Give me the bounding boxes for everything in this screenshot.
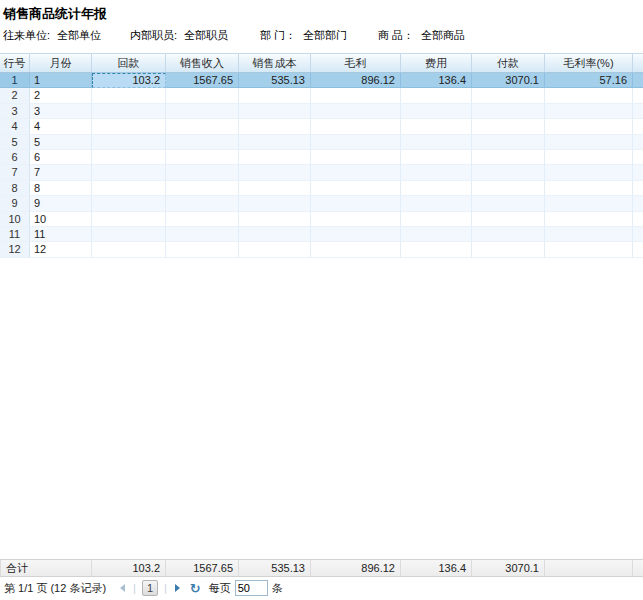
chengben-cell: [239, 165, 311, 180]
total-label: 合计: [0, 560, 92, 576]
filler-cell: [633, 135, 643, 150]
table-row[interactable]: 6 6: [0, 150, 643, 165]
row-number-cell: 10: [0, 212, 30, 227]
filler-cell: [633, 165, 643, 180]
month-cell: 4: [30, 119, 92, 134]
month-cell: 2: [30, 88, 92, 103]
fukuan-cell: [472, 196, 545, 211]
chengben-cell: [239, 119, 311, 134]
row-number-cell: 8: [0, 181, 30, 196]
column-header-rowno[interactable]: 行号: [0, 54, 30, 72]
shouru-cell: [166, 104, 239, 119]
table-row[interactable]: 7 7: [0, 165, 643, 180]
total-filler: [633, 560, 643, 576]
table-row[interactable]: 4 4: [0, 119, 643, 134]
filter-staff-label: 内部职员:: [130, 29, 177, 41]
feiyong-cell: [401, 104, 472, 119]
total-feiyong: 136.4: [401, 560, 472, 576]
table-row[interactable]: 9 9: [0, 196, 643, 211]
month-cell: 12: [30, 242, 92, 257]
huikuan-cell-focused[interactable]: 103.2: [92, 73, 166, 88]
total-row: 合计 103.2 1567.65 535.13 896.12 136.4 307…: [0, 559, 643, 577]
month-cell: 1: [30, 73, 92, 88]
month-cell: 8: [30, 181, 92, 196]
maolilv-cell: [545, 212, 633, 227]
maoli-cell: [311, 104, 401, 119]
chengben-cell: 535.13: [239, 73, 311, 88]
row-number-cell: 1: [0, 73, 30, 88]
fukuan-cell: [472, 104, 545, 119]
total-chengben: 535.13: [239, 560, 311, 576]
shouru-cell: [166, 212, 239, 227]
table-row[interactable]: 10 10: [0, 212, 643, 227]
month-cell: 6: [30, 150, 92, 165]
table-row[interactable]: 1 1 103.2 1567.65 535.13 896.12 136.4 30…: [0, 73, 643, 88]
fukuan-cell: [472, 119, 545, 134]
report-grid: 行号 月份 回款 销售收入 销售成本 毛利 费用 付款 毛利率(%) 1 1 1…: [0, 53, 643, 600]
page-number-button[interactable]: 1: [142, 580, 158, 596]
feiyong-cell: [401, 242, 472, 257]
feiyong-cell: 136.4: [401, 73, 472, 88]
fukuan-cell: [472, 181, 545, 196]
month-cell: 7: [30, 165, 92, 180]
month-cell: 3: [30, 104, 92, 119]
table-row[interactable]: 5 5: [0, 135, 643, 150]
next-page-icon[interactable]: [175, 584, 180, 592]
maolilv-cell: [545, 119, 633, 134]
column-header-feiyong[interactable]: 费用: [401, 54, 472, 72]
filler-cell: [633, 88, 643, 103]
huikuan-cell: [92, 150, 166, 165]
maolilv-cell: 57.16: [545, 73, 633, 88]
column-header-fukuan[interactable]: 付款: [472, 54, 545, 72]
pagination-bar: 第 1/1 页 (12 条记录) | 1 | ↻ 每页 条: [0, 577, 643, 600]
prev-page-icon[interactable]: [120, 584, 125, 592]
shouru-cell: [166, 150, 239, 165]
feiyong-cell: [401, 165, 472, 180]
chengben-cell: [239, 242, 311, 257]
fukuan-cell: [472, 150, 545, 165]
pagination-divider: |: [164, 582, 167, 594]
huikuan-cell: [92, 196, 166, 211]
row-number-cell: 7: [0, 165, 30, 180]
column-header-chengben[interactable]: 销售成本: [239, 54, 311, 72]
month-cell: 9: [30, 196, 92, 211]
feiyong-cell: [401, 181, 472, 196]
total-huikuan: 103.2: [92, 560, 166, 576]
fukuan-cell: [472, 135, 545, 150]
maolilv-cell: [545, 104, 633, 119]
per-page-input[interactable]: [235, 580, 268, 596]
filler-cell: [633, 73, 643, 88]
table-row[interactable]: 8 8: [0, 181, 643, 196]
per-page-label: 每页: [209, 581, 231, 596]
table-row[interactable]: 12 12: [0, 242, 643, 257]
maoli-cell: [311, 181, 401, 196]
refresh-icon[interactable]: ↻: [190, 581, 201, 596]
table-row[interactable]: 11 11: [0, 227, 643, 242]
column-header-shouru[interactable]: 销售收入: [166, 54, 239, 72]
filler-cell: [633, 196, 643, 211]
filter-product-value: 全部商品: [421, 29, 465, 41]
page-info: 第 1/1 页 (12 条记录): [4, 581, 106, 596]
chengben-cell: [239, 181, 311, 196]
shouru-cell: [166, 227, 239, 242]
shouru-cell: [166, 119, 239, 134]
per-page-suffix: 条: [272, 581, 283, 596]
row-number-cell: 12: [0, 242, 30, 257]
column-header-huikuan[interactable]: 回款: [92, 54, 166, 72]
maoli-cell: [311, 119, 401, 134]
shouru-cell: [166, 165, 239, 180]
chengben-cell: [239, 227, 311, 242]
filter-partner-value: 全部单位: [57, 29, 101, 41]
table-row[interactable]: 3 3: [0, 104, 643, 119]
column-header-maolilv[interactable]: 毛利率(%): [545, 54, 633, 72]
chengben-cell: [239, 196, 311, 211]
page-title: 销售商品统计年报: [3, 5, 107, 23]
table-row[interactable]: 2 2: [0, 88, 643, 103]
filter-product: 商 品：全部商品: [378, 28, 465, 43]
column-header-month[interactable]: 月份: [30, 54, 92, 72]
filler-cell: [633, 119, 643, 134]
shouru-cell: [166, 135, 239, 150]
maoli-cell: [311, 88, 401, 103]
feiyong-cell: [401, 227, 472, 242]
column-header-maoli[interactable]: 毛利: [311, 54, 401, 72]
